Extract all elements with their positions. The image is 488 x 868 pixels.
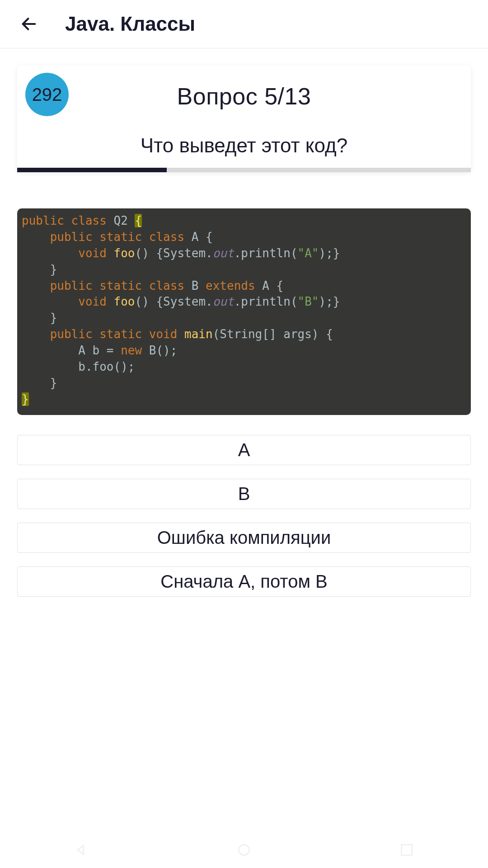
question-counter: Вопрос 5/13 bbox=[26, 83, 462, 110]
answer-option[interactable]: B bbox=[17, 479, 471, 509]
answer-option[interactable]: Сначала A, потом B bbox=[17, 566, 471, 597]
page-title: Java. Классы bbox=[65, 13, 195, 35]
answer-option[interactable]: A bbox=[17, 435, 471, 465]
svg-point-1 bbox=[239, 844, 249, 855]
answer-option[interactable]: Ошибка компиляции bbox=[17, 523, 471, 553]
back-icon[interactable] bbox=[18, 13, 40, 35]
app-header: Java. Классы bbox=[0, 0, 488, 48]
svg-rect-2 bbox=[401, 844, 412, 855]
answer-list: A B Ошибка компиляции Сначала A, потом B bbox=[17, 435, 471, 597]
content-area: 292 Вопрос 5/13 Что выведет этот код? pu… bbox=[0, 48, 488, 597]
system-navbar bbox=[0, 832, 488, 868]
question-card: 292 Вопрос 5/13 Что выведет этот код? bbox=[17, 66, 471, 172]
nav-recent-icon[interactable] bbox=[398, 841, 416, 859]
progress-bar bbox=[17, 168, 471, 172]
code-snippet: public class Q2 { public static class A … bbox=[17, 208, 471, 415]
progress-fill bbox=[17, 168, 167, 172]
nav-home-icon[interactable] bbox=[235, 841, 253, 859]
score-badge: 292 bbox=[25, 73, 69, 116]
nav-back-icon[interactable] bbox=[72, 841, 90, 859]
question-prompt: Что выведет этот код? bbox=[26, 134, 462, 157]
